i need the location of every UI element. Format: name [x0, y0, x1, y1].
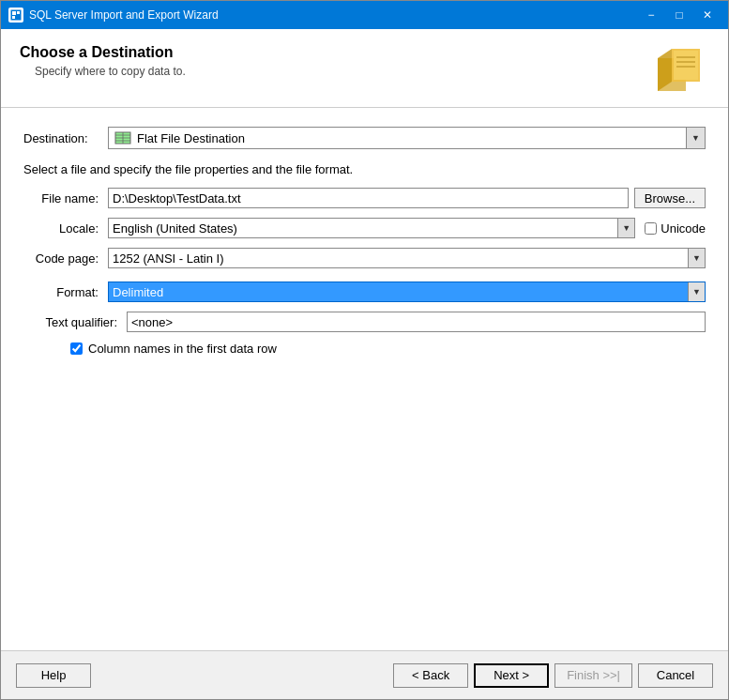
titlebar: SQL Server Import and Export Wizard − □ … — [1, 1, 728, 29]
unicode-checkbox[interactable] — [645, 222, 657, 235]
footer: Help < Back Next > Finish >>| Cancel — [1, 650, 728, 699]
file-name-input[interactable] — [108, 188, 629, 208]
format-arrow: ▼ — [688, 282, 705, 301]
browse-button[interactable]: Browse... — [634, 188, 706, 208]
codepage-dropdown[interactable]: 1252 (ANSI - Latin I) ▼ — [108, 248, 706, 268]
file-name-label: File name: — [23, 191, 108, 205]
destination-row: Destination: Flat File Destination ▼ — [23, 127, 706, 149]
destination-label: Destination: — [23, 131, 108, 145]
back-button[interactable]: < Back — [393, 663, 468, 688]
destination-value: Flat File Destination — [137, 131, 699, 145]
codepage-arrow: ▼ — [688, 249, 705, 267]
app-icon — [8, 8, 23, 23]
format-value: Delimited — [113, 285, 701, 299]
locale-label: Locale: — [23, 221, 108, 236]
column-names-label[interactable]: Column names in the first data row — [88, 342, 277, 356]
maximize-button[interactable]: □ — [666, 6, 692, 24]
locale-dropdown[interactable]: English (United States) ▼ — [108, 218, 635, 238]
svg-rect-6 — [674, 51, 698, 80]
flat-file-icon — [114, 131, 131, 145]
page-header: Choose a Destination Specify where to co… — [1, 29, 728, 108]
svg-rect-1 — [12, 11, 16, 15]
window-title: SQL Server Import and Export Wizard — [29, 8, 638, 22]
locale-arrow: ▼ — [617, 219, 634, 237]
locale-value: English (United States) — [113, 221, 630, 236]
destination-dropdown[interactable]: Flat File Destination ▼ — [108, 127, 706, 149]
codepage-label: Code page: — [23, 251, 108, 266]
codepage-value: 1252 (ANSI - Latin I) — [113, 251, 701, 266]
unicode-label[interactable]: Unicode — [661, 221, 706, 236]
column-names-row: Column names in the first data row — [70, 342, 706, 356]
close-button[interactable]: ✕ — [694, 6, 721, 24]
window-controls: − □ ✕ — [638, 6, 721, 24]
next-button[interactable]: Next > — [474, 663, 549, 688]
finish-button[interactable]: Finish >>| — [554, 663, 632, 688]
format-dropdown[interactable]: Delimited ▼ — [108, 282, 706, 302]
header-text: Choose a Destination Specify where to co… — [20, 44, 186, 78]
destination-arrow: ▼ — [686, 128, 705, 148]
text-qualifier-label: Text qualifier: — [23, 315, 127, 329]
unicode-checkbox-wrap: Unicode — [645, 221, 706, 236]
codepage-row: Code page: 1252 (ANSI - Latin I) ▼ — [23, 248, 706, 268]
format-label: Format: — [23, 285, 108, 299]
form-description: Select a file and specify the file prope… — [23, 162, 706, 176]
page-subtitle: Specify where to copy data to. — [35, 65, 186, 78]
cancel-button[interactable]: Cancel — [638, 663, 713, 688]
minimize-button[interactable]: − — [638, 6, 664, 24]
locale-row: Locale: English (United States) ▼ Unicod… — [23, 218, 706, 238]
help-button[interactable]: Help — [16, 663, 91, 688]
page-title: Choose a Destination — [20, 44, 186, 61]
form-content: Destination: Flat File Destination ▼ Sel… — [1, 108, 728, 650]
svg-rect-3 — [12, 16, 15, 19]
footer-left: Help — [16, 663, 393, 688]
main-window: SQL Server Import and Export Wizard − □ … — [0, 0, 729, 700]
svg-rect-2 — [17, 11, 20, 14]
footer-buttons: < Back Next > Finish >>| Cancel — [393, 663, 713, 688]
text-qualifier-input[interactable] — [127, 312, 706, 332]
format-row: Format: Delimited ▼ — [23, 282, 706, 302]
column-names-checkbox[interactable] — [70, 342, 83, 355]
header-icon — [653, 44, 709, 96]
file-name-row: File name: Browse... — [23, 188, 706, 208]
text-qualifier-row: Text qualifier: — [23, 312, 706, 332]
